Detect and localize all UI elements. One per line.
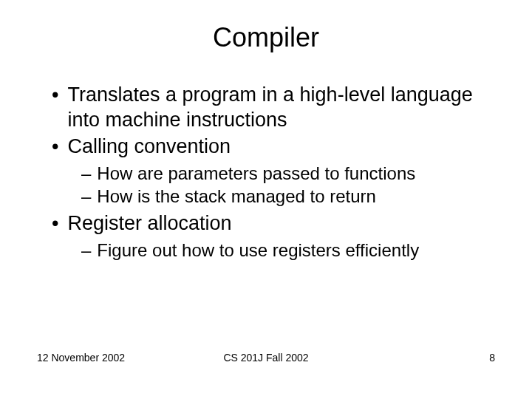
footer-course: CS 201J Fall 2002 [223, 352, 308, 364]
sub-bullet-group: – How are parameters passed to functions… [81, 162, 495, 208]
slide-footer: 12 November 2002 CS 201J Fall 2002 8 [0, 352, 532, 364]
sub-bullet-text: Figure out how to use registers efficien… [97, 239, 495, 262]
bullet-item: • Register allocation [52, 211, 495, 236]
bullet-text: Register allocation [67, 211, 495, 236]
sub-bullet-text: How are parameters passed to functions [97, 162, 495, 185]
bullet-marker: • [52, 211, 58, 236]
sub-bullet-text: How is the stack managed to return [97, 185, 495, 208]
sub-bullet-item: – Figure out how to use registers effici… [81, 239, 495, 262]
slide-content: • Translates a program in a high-level l… [37, 83, 495, 262]
sub-bullet-item: – How is the stack managed to return [81, 185, 495, 208]
footer-page-number: 8 [489, 352, 495, 364]
bullet-item: • Translates a program in a high-level l… [52, 83, 495, 133]
dash-marker: – [81, 162, 91, 185]
bullet-text: Calling convention [67, 134, 495, 160]
slide-title: Compiler [37, 22, 495, 53]
dash-marker: – [81, 185, 91, 208]
footer-date: 12 November 2002 [37, 352, 125, 364]
dash-marker: – [81, 239, 91, 262]
bullet-item: • Calling convention [52, 134, 495, 160]
sub-bullet-group: – Figure out how to use registers effici… [81, 239, 495, 262]
bullet-marker: • [52, 134, 58, 160]
bullet-marker: • [52, 83, 58, 133]
bullet-text: Translates a program in a high-level lan… [67, 83, 495, 133]
sub-bullet-item: – How are parameters passed to functions [81, 162, 495, 185]
